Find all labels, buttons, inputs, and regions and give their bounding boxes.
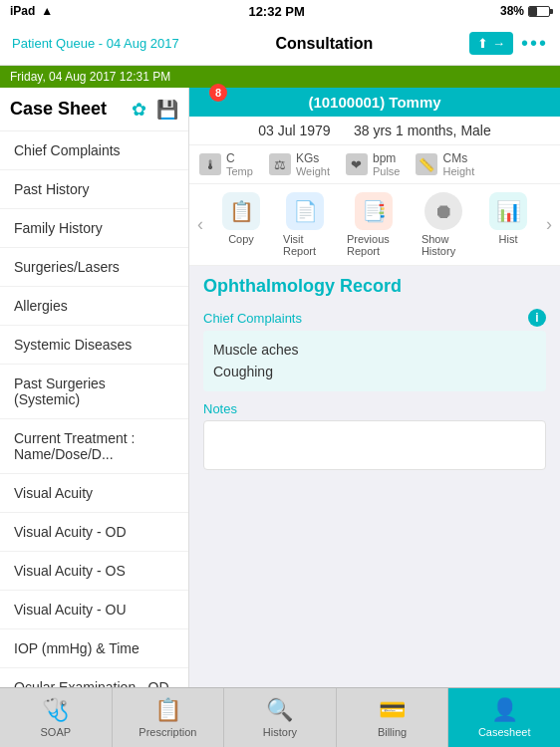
height-icon: 📏 — [416, 153, 437, 175]
actions-row: ‹ 📋 Copy 📄 Visit Report 📑 Previous Repor… — [189, 184, 560, 266]
sidebar-item-8[interactable]: Visual Acuity — [0, 474, 188, 513]
nav-right-controls: ⬆ → ••• — [469, 32, 548, 55]
pulse-label: Pulse — [373, 165, 401, 177]
weight-icon: ⚖ — [269, 153, 291, 175]
prescription-label: Prescription — [139, 726, 196, 738]
record-area: Ophthalmology Record Chief Complaints i … — [189, 266, 560, 480]
weight-value: KGs — [296, 151, 330, 165]
complaint-1: Muscle aches — [213, 339, 536, 361]
temp-value: C — [226, 151, 253, 165]
temp-icon: 🌡 — [199, 153, 221, 175]
visit-icon: 📄 — [286, 192, 324, 230]
vitals-row: 🌡 C Temp ⚖ KGs Weight ❤ bpm Pulse — [189, 145, 560, 184]
action-copy[interactable]: 📋 Copy — [211, 188, 271, 261]
patient-name: Tommy — [389, 94, 440, 111]
battery-percent: 38% — [500, 4, 524, 18]
status-right: 38% — [500, 4, 550, 18]
patient-dob: 03 Jul 1979 — [258, 123, 330, 138]
patient-header: (10100001) Tommy — [189, 88, 560, 117]
action-hist[interactable]: 📊 Hist — [478, 188, 538, 261]
sidebar-item-12[interactable]: IOP (mmHg) & Time — [0, 629, 188, 668]
casesheet-label: Casesheet — [478, 726, 531, 738]
prev-icon: 📑 — [355, 192, 393, 230]
sidebar-icon-group: ✿ 💾 — [132, 99, 178, 121]
nav-dots-icon[interactable]: ••• — [521, 32, 548, 55]
vital-height: 📏 CMs Height — [416, 151, 474, 177]
datetime-bar: Friday, 04 Aug 2017 12:31 PM — [0, 66, 560, 88]
show-label: Show History — [421, 233, 466, 257]
patient-id: (10100001) — [308, 94, 385, 111]
height-value: CMs — [442, 151, 474, 165]
right-content: (10100001) Tommy 03 Jul 1979 38 yrs 1 mo… — [189, 88, 560, 687]
datetime-text: Friday, 04 Aug 2017 12:31 PM — [10, 70, 170, 84]
tab-bar: 🩺 SOAP 📋 Prescription 🔍 History 💳 Billin… — [0, 687, 560, 747]
sidebar-title: Case Sheet — [10, 99, 107, 120]
temp-label: Temp — [226, 165, 253, 177]
nav-bar: Patient Queue - 04 Aug 2017 Consultation… — [0, 22, 560, 66]
sidebar-item-11[interactable]: Visual Acuity - OU — [0, 591, 188, 629]
sidebar-item-7[interactable]: Current Treatment : Name/Dose/D... — [0, 419, 188, 474]
action-show-history[interactable]: ⏺ Show History — [414, 188, 474, 261]
height-label: Height — [442, 165, 474, 177]
nav-arrow-icon: ⬆ — [477, 36, 488, 51]
sidebar-item-4[interactable]: Allergies — [0, 287, 188, 326]
tab-billing[interactable]: 💳 Billing — [337, 688, 449, 747]
pulse-icon: ❤ — [346, 153, 368, 175]
sidebar-alert-badge: 8 — [209, 84, 227, 102]
sidebar-items-list: Chief ComplaintsPast HistoryFamily Histo… — [0, 131, 188, 687]
vital-pulse: ❤ bpm Pulse — [346, 151, 401, 177]
copy-icon: 📋 — [222, 192, 260, 230]
history-label: History — [263, 726, 297, 738]
show-icon: ⏺ — [424, 192, 462, 230]
sidebar-item-2[interactable]: Family History — [0, 209, 188, 248]
sidebar-item-9[interactable]: Visual Acuity - OD — [0, 513, 188, 552]
tab-casesheet[interactable]: 👤 Casesheet — [448, 688, 560, 747]
sidebar-item-10[interactable]: Visual Acuity - OS — [0, 552, 188, 591]
pulse-value: bpm — [373, 151, 401, 165]
tab-soap[interactable]: 🩺 SOAP — [0, 688, 113, 747]
save-icon[interactable]: 💾 — [156, 99, 178, 121]
actions-scroll-left[interactable]: ‹ — [189, 214, 211, 235]
flower-icon[interactable]: ✿ — [132, 99, 146, 121]
billing-icon: 💳 — [379, 697, 406, 723]
actions-scroll-right[interactable]: › — [538, 214, 560, 235]
sidebar-item-0[interactable]: Chief Complaints — [0, 131, 188, 170]
nav-action-button[interactable]: ⬆ → — [469, 32, 513, 55]
billing-label: Billing — [378, 726, 407, 738]
chief-complaints-header: Chief Complaints i — [203, 309, 546, 327]
action-visit-report[interactable]: 📄 Visit Report — [275, 188, 335, 261]
soap-icon: 🩺 — [42, 697, 69, 723]
chief-complaints-label: Chief Complaints — [203, 311, 302, 326]
status-left: iPad ▲ — [10, 4, 53, 18]
history-icon: 🔍 — [266, 697, 293, 723]
prescription-icon: 📋 — [154, 697, 181, 723]
complaints-box: Muscle aches Coughing — [203, 331, 546, 391]
status-time: 12:32 PM — [248, 4, 304, 19]
nav-title: Consultation — [275, 35, 373, 53]
hist-icon: 📊 — [489, 192, 527, 230]
sidebar-item-6[interactable]: Past Surgeries (Systemic) — [0, 365, 188, 419]
wifi-icon: ▲ — [41, 4, 53, 18]
notes-box[interactable] — [203, 420, 546, 470]
visit-label: Visit Report — [283, 233, 327, 257]
info-icon[interactable]: i — [528, 309, 546, 327]
nav-back-label[interactable]: Patient Queue - 04 Aug 2017 — [12, 36, 179, 51]
main-layout: Case Sheet ✿ 💾 Chief ComplaintsPast Hist… — [0, 88, 560, 687]
tab-prescription[interactable]: 📋 Prescription — [113, 688, 225, 747]
soap-label: SOAP — [41, 726, 72, 738]
sidebar-item-5[interactable]: Systemic Diseases — [0, 326, 188, 365]
sidebar: Case Sheet ✿ 💾 Chief ComplaintsPast Hist… — [0, 88, 189, 687]
casesheet-icon: 👤 — [491, 697, 518, 723]
battery-icon — [528, 6, 550, 17]
sidebar-item-3[interactable]: Surgeries/Lasers — [0, 248, 188, 287]
hist-label: Hist — [499, 233, 518, 245]
complaint-2: Coughing — [213, 361, 536, 382]
action-previous-report[interactable]: 📑 Previous Report — [339, 188, 410, 261]
sidebar-item-1[interactable]: Past History — [0, 170, 188, 209]
vital-weight: ⚖ KGs Weight — [269, 151, 330, 177]
patient-age: 38 yrs 1 months, Male — [354, 123, 491, 138]
tab-history[interactable]: 🔍 History — [224, 688, 337, 747]
sidebar-item-13[interactable]: Ocular Examination - OD — [0, 668, 188, 687]
copy-label: Copy — [228, 233, 254, 245]
record-title: Ophthalmology Record — [203, 276, 546, 297]
